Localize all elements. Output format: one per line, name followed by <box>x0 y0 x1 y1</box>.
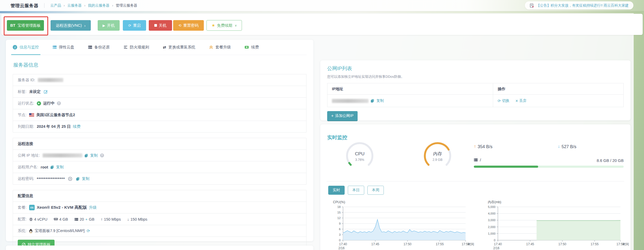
copy-ip-link[interactable]: 复制 <box>376 98 384 103</box>
tab-label: 套餐升级 <box>215 45 231 50</box>
svg-text:内存(mb): 内存(mb) <box>488 200 501 204</box>
tab-elastic-disk[interactable]: 弹性云盘 <box>53 40 74 55</box>
e5-chip-icon: E5 <box>29 205 35 210</box>
copy-icon[interactable] <box>371 99 374 103</box>
discard-ip-link[interactable]: ✕ 丢弃 <box>515 98 527 103</box>
spec-row: 配置: 4 vCPU 4 GB 20+ GB ↑ 150 Mbps ↓ 150 … <box>13 213 306 225</box>
ip-redacted <box>332 99 368 103</box>
plan-value: Xeon® E5v2 - KVM 高配版 <box>37 205 87 210</box>
svg-text:17:45: 17:45 <box>526 242 534 246</box>
svg-text:2,000: 2,000 <box>488 225 496 229</box>
expire-label: 到期日期: <box>18 124 34 129</box>
tag-value: 未设定 <box>29 89 41 94</box>
server-detail-card: i 信息与监控 弹性云盘 备份还原 防火墙规则 ⇄ 更换或重装系统 套餐升级 续… <box>6 40 313 241</box>
free-renew-button[interactable]: ★ 免费续期 ∨ <box>206 20 242 31</box>
reboot-button[interactable]: ⟳ 重启 <box>123 20 146 31</box>
tab-backup-restore[interactable]: 备份还原 <box>88 40 110 55</box>
svg-text:0: 0 <box>494 239 496 242</box>
breadcrumb-separator: › <box>84 4 85 7</box>
breadcrumb-link[interactable]: 云产品 <box>50 3 61 8</box>
ip-row-actions: ⟳ 切换 ✕ 丢弃 <box>493 95 623 107</box>
remote-box-title: 远程连接 <box>18 141 33 146</box>
show-password-icon[interactable] <box>68 177 72 181</box>
copy-icon[interactable] <box>84 154 88 157</box>
copy-password-link[interactable]: 复制 <box>82 176 89 181</box>
svg-text:2/16: 2/16 <box>338 246 345 250</box>
list-icon <box>124 45 128 49</box>
os-row: 系统: 宝塔面板7.9 [Centos8/LNMP] ⟳ <box>13 225 306 237</box>
chevron-down-icon: ∨ <box>235 24 237 27</box>
expire-row: 到期日期: 2024 年 04 月 25 日 续费 <box>13 121 306 132</box>
range-realtime-button[interactable]: 实时 <box>328 186 345 195</box>
breadcrumb-link[interactable]: 云服务器 <box>67 3 82 8</box>
power-on-button[interactable]: ▶ 开机 <box>98 20 120 31</box>
remote-password-label: 远程密码: <box>18 176 34 181</box>
chevron-right-icon: › <box>84 24 85 28</box>
copy-icon[interactable] <box>76 177 80 181</box>
svg-text:3.76%: 3.76% <box>355 158 364 162</box>
public-ip-card: 公网IP列表 您可以添加独立IP地址实现访问并独享DDos防御。 IP地址 操作… <box>320 60 631 120</box>
column-header-ip: IP地址 <box>327 83 493 95</box>
spec-label: 配置: <box>18 217 26 222</box>
tab-renew[interactable]: 续费 <box>245 40 259 55</box>
up-arrow-icon: ↑ <box>101 217 103 221</box>
page-title: 管理云服务器 <box>11 3 38 9</box>
edit-tag-icon[interactable] <box>44 90 48 94</box>
node-label: 节点: <box>18 112 26 117</box>
add-public-ip-button[interactable]: + 添加公网IP <box>327 111 358 121</box>
cpu-chip-icon <box>29 217 33 221</box>
range-week-button[interactable]: 本周 <box>367 186 384 195</box>
breadcrumb-link[interactable]: 我的云服务器 <box>88 3 110 8</box>
tab-info-monitor[interactable]: i 信息与监控 <box>13 40 39 55</box>
vnc-connect-button[interactable]: 远程连接(VNC) › <box>51 20 91 31</box>
svg-text:17:55: 17:55 <box>591 242 598 246</box>
add-public-ip-label: 添加公网IP <box>335 113 353 118</box>
svg-text:9: 9 <box>339 222 341 225</box>
svg-text:17:50: 17:50 <box>559 242 566 246</box>
svg-text:17:55: 17:55 <box>436 242 444 246</box>
upgrade-link[interactable]: 升级 <box>89 205 97 210</box>
copy-ip-link[interactable]: 复制 <box>90 153 98 158</box>
os-refresh-icon[interactable]: ⟳ <box>87 229 90 233</box>
copy-user-link[interactable]: 复制 <box>56 165 64 170</box>
realtime-monitor-card: 实时监控 CPU3.76% 内存2.9 GB ↑ 354 B/s ↓ 527 B… <box>320 124 631 250</box>
svg-text:内存: 内存 <box>433 151 442 156</box>
spec-disk: 20+ GB <box>74 217 94 221</box>
tab-firewall-rules[interactable]: 防火墙规则 <box>124 40 149 55</box>
svg-text:3: 3 <box>339 233 341 236</box>
disk-progress-bar <box>474 166 624 168</box>
server-info-title: 服务器信息 <box>13 62 307 69</box>
shutdown-label: 关机 <box>159 23 166 28</box>
shutdown-button[interactable]: 关机 <box>149 20 172 31</box>
status-help-icon[interactable]: ? <box>57 101 61 105</box>
breadcrumb-current: 管理云服务器 <box>116 3 137 8</box>
ip-help-icon[interactable]: ? <box>100 153 104 157</box>
tab-label: 信息与监控 <box>20 45 39 50</box>
tab-plan-upgrade[interactable]: 套餐升级 <box>209 40 231 55</box>
bt-panel-label: 宝塔管理面板 <box>17 23 40 28</box>
switch-ip-link[interactable]: ⟳ 切换 <box>498 98 510 103</box>
config-info-box: 配置信息 套餐: E5 Xeon® E5v2 - KVM 高配版 升级 配置: … <box>13 190 307 250</box>
tab-reinstall-system[interactable]: ⇄ 更换或重装系统 <box>163 40 195 55</box>
ip-row-address: 复制 <box>327 95 493 107</box>
breadcrumb-separator: › <box>64 4 65 7</box>
svg-text:15: 15 <box>337 211 341 214</box>
renew-link[interactable]: 续费 <box>73 124 80 129</box>
svg-text:CPU(%): CPU(%) <box>333 200 345 204</box>
bt-panel-button[interactable]: BT 宝塔管理面板 <box>7 20 44 31</box>
switch-label: 切换 <box>502 98 510 103</box>
status-value: 运行中 <box>43 101 55 106</box>
svg-text:17:40: 17:40 <box>494 242 502 246</box>
remote-password-value: **************** <box>37 177 65 181</box>
svg-text:时间: 时间 <box>468 242 474 246</box>
remote-user-row: 远程用户名: root 复制 <box>13 161 306 173</box>
status-label: 运行状态: <box>18 101 34 106</box>
config-box-header: 配置信息 <box>13 190 306 202</box>
copy-icon[interactable] <box>50 165 54 169</box>
range-today-button[interactable]: 本日 <box>348 186 364 195</box>
config-box-title: 配置信息 <box>18 193 33 198</box>
announcement-banner[interactable]: 【公告】积分大发放，有奖征稿持续进行!! 雨云百科大家建 <box>525 1 633 10</box>
reset-password-button[interactable]: ⟲ 重置密码 <box>173 20 204 31</box>
spec-down-value: 150 Mbps <box>130 217 147 221</box>
public-ip-description: 您可以添加独立IP地址实现访问并独享DDos防御。 <box>327 74 624 79</box>
